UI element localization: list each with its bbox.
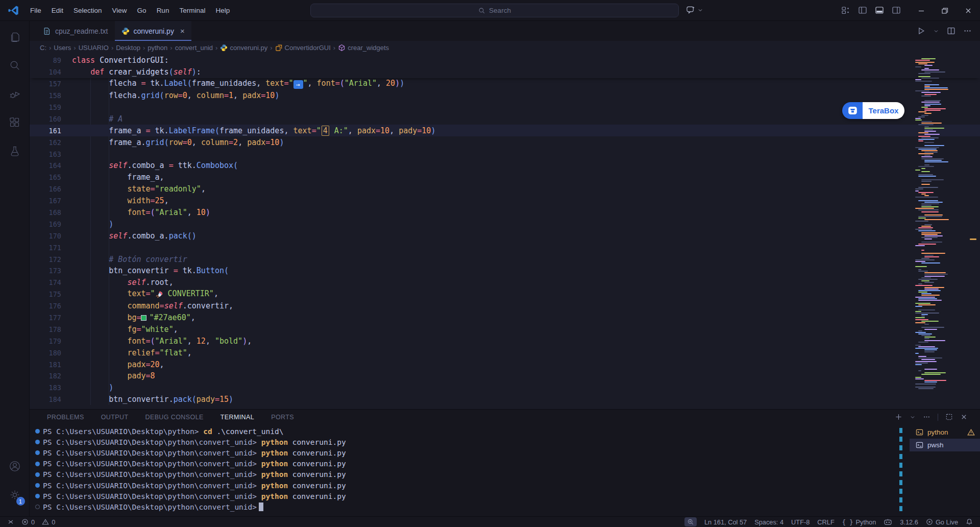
code-line-159[interactable]: 159 — [30, 102, 980, 113]
panel-tab-ports[interactable]: PORTS — [271, 414, 294, 421]
sidebar-item-search[interactable] — [0, 51, 30, 80]
menu-edit[interactable]: Edit — [46, 4, 68, 17]
terminal-scroll-marks[interactable] — [899, 428, 902, 515]
panel-bottom-icon[interactable] — [875, 6, 884, 15]
customize-layout-icon[interactable] — [841, 6, 850, 15]
tab-close-icon[interactable]: × — [180, 27, 185, 35]
status-python-version[interactable]: 3.12.6 — [900, 518, 918, 526]
split-editor-icon[interactable] — [947, 27, 955, 35]
code-line-166[interactable]: 166 state="readonly", — [30, 183, 980, 195]
code-line-169[interactable]: 169 ) — [30, 218, 980, 230]
code-line-173[interactable]: 173 btn_convertir = tk.Button( — [30, 265, 980, 277]
panel-tab-problems[interactable]: PROBLEMS — [47, 414, 84, 421]
breadcrumb-item-ConvertidorGUI[interactable]: ConvertidorGUI — [275, 44, 331, 52]
sidebar-left-icon[interactable] — [858, 6, 867, 15]
status-warnings-count[interactable]: 0 — [42, 518, 55, 526]
chevron-down-icon[interactable] — [910, 414, 916, 420]
sidebar-item-testing[interactable] — [0, 137, 30, 165]
sidebar-item-run-debug[interactable] — [0, 80, 30, 108]
breadcrumb-item-converuni-py[interactable]: converuni.py — [220, 44, 267, 52]
restore-icon[interactable] — [933, 0, 957, 21]
status-zoom-indicator[interactable] — [684, 517, 697, 526]
code-line-167[interactable]: 167 width=25, — [30, 195, 980, 207]
menu-help[interactable]: Help — [210, 4, 235, 17]
terminal-output[interactable]: PS C:\Users\USUARIO\Desktop\python> cd .… — [30, 426, 868, 516]
status-notifications[interactable] — [966, 518, 973, 525]
code-line-177[interactable]: 177 bg="#27ae60", — [30, 312, 980, 324]
menu-run[interactable]: Run — [152, 4, 175, 17]
status-copilot-status[interactable] — [884, 518, 892, 525]
code-line-176[interactable]: 176 command=self.convertir, — [30, 300, 980, 312]
status-indentation[interactable]: Spaces: 4 — [754, 518, 783, 526]
panel-tab-terminal[interactable]: TERMINAL — [220, 414, 254, 421]
copilot-chat-button[interactable] — [686, 5, 703, 15]
code-line-168[interactable]: 168 font=("Arial", 10) — [30, 207, 980, 219]
code-line-175[interactable]: 175 text=" CONVERTIR", — [30, 289, 980, 300]
code-line-171[interactable]: 171 — [30, 242, 980, 253]
code-line-162[interactable]: 162 frame_a.grid(row=0, column=2, padx=1… — [30, 136, 980, 148]
menu-go[interactable]: Go — [132, 4, 152, 17]
code-line-163[interactable]: 163 — [30, 148, 980, 160]
terminal-item-python[interactable]: python — [910, 426, 980, 439]
sidebar-item-accounts[interactable] — [0, 452, 30, 481]
code-line-170[interactable]: 170 self.combo_a.pack() — [30, 230, 980, 242]
panel-tab-output[interactable]: OUTPUT — [101, 414, 129, 421]
status-remote-indicator[interactable] — [7, 518, 14, 525]
code-line-179[interactable]: 179 font=("Arial", 12, "bold"), — [30, 335, 980, 347]
code-line-161[interactable]: 161 frame_a = tk.LabelFrame(frame_unidad… — [30, 125, 980, 136]
code-line-183[interactable]: 183 ) — [30, 382, 980, 394]
status-errors-count[interactable]: 0 — [21, 518, 35, 526]
code-line-180[interactable]: 180 relief="flat", — [30, 347, 980, 358]
sidebar-right-icon[interactable] — [892, 6, 901, 15]
more-icon[interactable] — [963, 27, 972, 35]
breadcrumb-item-convert_unid[interactable]: convert_unid — [175, 44, 213, 52]
breadcrumb-item-Desktop[interactable]: Desktop — [116, 44, 140, 52]
terminal-item-pwsh[interactable]: pwsh — [910, 439, 980, 451]
menu-file[interactable]: File — [25, 4, 46, 17]
breadcrumb-item-Users[interactable]: Users — [54, 44, 71, 52]
close-icon[interactable] — [960, 413, 968, 421]
more-icon[interactable] — [923, 413, 930, 421]
status-cursor-position[interactable]: Ln 161, Col 57 — [704, 518, 747, 526]
status-eol[interactable]: CRLF — [817, 518, 834, 526]
sidebar-item-explorer[interactable] — [0, 22, 30, 51]
code-line-158[interactable]: 158 flecha.grid(row=0, column=1, padx=10… — [30, 90, 980, 102]
code-line-172[interactable]: 172 # Botón convertir — [30, 253, 980, 265]
code-line-165[interactable]: 165 frame_a, — [30, 172, 980, 183]
code-line-160[interactable]: 160 # A — [30, 113, 980, 125]
terabox-button[interactable]: TeraBox — [842, 102, 904, 119]
tab-converuni-py[interactable]: converuni.py× — [115, 21, 191, 41]
status-language-mode[interactable]: { }Python — [842, 518, 876, 526]
plus-icon[interactable] — [895, 413, 902, 421]
code-line-174[interactable]: 174 self.root, — [30, 277, 980, 289]
menu-terminal[interactable]: Terminal — [174, 4, 210, 17]
minimize-icon[interactable] — [910, 0, 933, 21]
status-encoding[interactable]: UTF-8 — [791, 518, 810, 526]
breadcrumb-item-crear_widgets[interactable]: crear_widgets — [338, 44, 389, 52]
breadcrumb-item-python[interactable]: python — [148, 44, 167, 52]
sidebar-item-extensions[interactable] — [0, 108, 30, 137]
menu-selection[interactable]: Selection — [68, 4, 107, 17]
code-editor[interactable]: 89class ConvertidorGUI:104 def crear_wid… — [30, 54, 980, 409]
menu-view[interactable]: View — [107, 4, 132, 17]
sidebar-item-settings[interactable]: 1 — [0, 481, 30, 509]
code-line-164[interactable]: 164 self.combo_a = ttk.Combobox( — [30, 160, 980, 172]
tab-cpuz_readme-txt[interactable]: cpuz_readme.txt — [36, 21, 115, 41]
close-icon[interactable] — [957, 0, 980, 21]
chevron-down-icon[interactable] — [933, 28, 939, 34]
panel-tab-debug-console[interactable]: DEBUG CONSOLE — [145, 414, 203, 421]
code-line-178[interactable]: 178 fg="white", — [30, 323, 980, 335]
code-line-184[interactable]: 184 btn_convertir.pack(pady=15) — [30, 394, 980, 405]
status-go-live[interactable]: Go Live — [926, 518, 958, 526]
run-icon[interactable] — [917, 27, 925, 35]
maximize-panel-icon[interactable] — [945, 413, 953, 421]
breadcrumb-item-C-[interactable]: C: — [40, 44, 46, 52]
breadcrumb-item-USUARIO[interactable]: USUARIO — [79, 44, 109, 52]
code-line-104[interactable]: 104 def crear_widgets(self): — [30, 66, 980, 78]
minimap[interactable] — [914, 55, 950, 397]
search-input[interactable]: Search — [310, 4, 679, 17]
code-line-182[interactable]: 182 pady=8 — [30, 370, 980, 382]
code-line-157[interactable]: 157 flecha = tk.Label(frame_unidades, te… — [30, 78, 980, 90]
code-line-89[interactable]: 89class ConvertidorGUI: — [30, 55, 980, 66]
code-line-181[interactable]: 181 padx=20, — [30, 358, 980, 370]
